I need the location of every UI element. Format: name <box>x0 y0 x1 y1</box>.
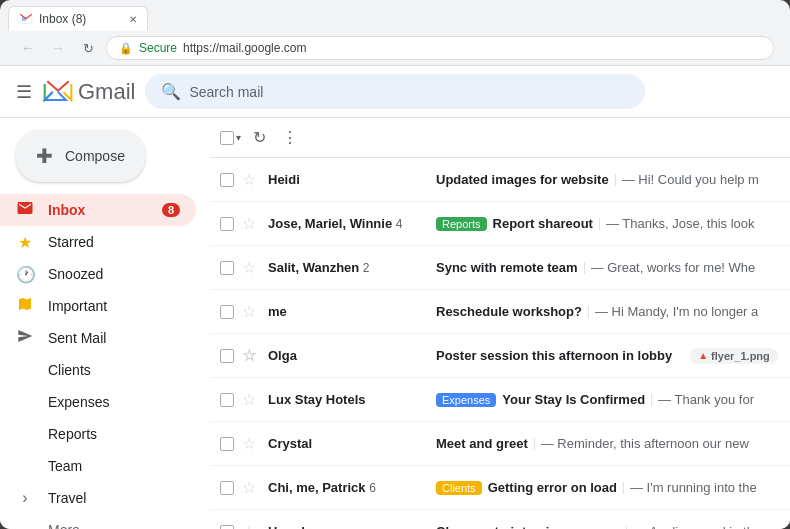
snoozed-label: Snoozed <box>48 266 180 282</box>
forward-button[interactable]: → <box>46 36 70 60</box>
row-star-icon[interactable]: ☆ <box>242 170 260 189</box>
row-checkbox[interactable] <box>220 437 234 451</box>
email-row[interactable]: ☆ me Reschedule workshop? — Hi Mandy, I'… <box>210 290 790 334</box>
row-content: Poster session this afternoon in lobby —… <box>436 348 780 364</box>
sidebar-item-sent[interactable]: Sent Mail <box>0 322 196 354</box>
svg-text:M: M <box>22 17 26 22</box>
row-star-icon[interactable]: ☆ <box>242 214 260 233</box>
sidebar-item-expenses[interactable]: Expenses <box>0 386 196 418</box>
row-separator <box>534 438 535 450</box>
sidebar-item-inbox[interactable]: Inbox 8 <box>0 194 196 226</box>
email-row[interactable]: ☆ Jose, Mariel, Winnie 4 Reports Report … <box>210 202 790 246</box>
select-all-checkbox[interactable]: ▾ <box>220 131 241 145</box>
sidebar-item-travel[interactable]: › Travel <box>0 482 196 514</box>
row-sender: Salit, Wanzhen 2 <box>268 260 428 275</box>
email-row[interactable]: ☆ Chi, me, Patrick 6 Clients Getting err… <box>210 466 790 510</box>
row-star-icon[interactable]: ☆ <box>242 522 260 529</box>
row-sender: Heidi <box>268 172 428 187</box>
row-separator <box>623 482 624 494</box>
more-label: More <box>48 522 180 529</box>
sidebar-item-reports[interactable]: Reports <box>0 418 196 450</box>
email-row[interactable]: ☆ Crystal Meet and greet — Reminder, thi… <box>210 422 790 466</box>
browser-body: ☰ Gmail 🔍 Search mail <box>0 66 790 529</box>
lock-icon: 🔒 <box>119 42 133 55</box>
sent-icon <box>16 328 34 348</box>
row-separator <box>588 306 589 318</box>
important-icon <box>16 296 34 316</box>
refresh-button[interactable]: ↻ <box>76 36 100 60</box>
row-content: Changes to interview process — As discus… <box>436 524 780 529</box>
sidebar-item-starred[interactable]: ★ Starred <box>0 226 196 258</box>
sidebar-item-more[interactable]: ⌄ More <box>0 514 196 529</box>
row-separator <box>626 526 627 530</box>
gmail-header: ☰ Gmail 🔍 Search mail <box>0 66 790 118</box>
expenses-label: Expenses <box>48 394 180 410</box>
row-checkbox[interactable] <box>220 217 234 231</box>
expenses-tag: Expenses <box>436 393 496 407</box>
row-content: Updated images for website — Hi! Could y… <box>436 172 780 187</box>
travel-chevron-icon: › <box>16 489 34 507</box>
email-row[interactable]: ☆ Olga Poster session this afternoon in … <box>210 334 790 378</box>
row-preview: — Hi Mandy, I'm no longer a <box>595 304 758 319</box>
row-checkbox[interactable] <box>220 261 234 275</box>
email-row[interactable]: ☆ Heidi Updated images for website — Hi!… <box>210 158 790 202</box>
row-subject: Meet and greet <box>436 436 528 451</box>
row-checkbox[interactable] <box>220 481 234 495</box>
address-bar[interactable]: 🔒 Secure https://mail.google.com <box>106 36 774 60</box>
clients-tag: Clients <box>436 481 482 495</box>
tab-close-button[interactable]: ✕ <box>129 14 137 25</box>
row-preview: — I'm running into the <box>630 480 757 495</box>
sent-label: Sent Mail <box>48 330 180 346</box>
row-sender: Jose, Mariel, Winnie 4 <box>268 216 428 231</box>
row-checkbox[interactable] <box>220 525 234 530</box>
starred-label: Starred <box>48 234 180 250</box>
more-options-button[interactable]: ⋮ <box>278 124 302 151</box>
sidebar-item-team[interactable]: Team <box>0 450 196 482</box>
browser-toolbar: ← → ↻ 🔒 Secure https://mail.google.com <box>8 31 782 65</box>
row-star-icon[interactable]: ☆ <box>242 478 260 497</box>
gmail-logo: Gmail <box>42 76 135 108</box>
gmail-text: Gmail <box>78 79 135 105</box>
hamburger-menu[interactable]: ☰ <box>16 81 32 103</box>
tab-bar: M Inbox (8) ✕ <box>8 6 782 31</box>
reports-label: Reports <box>48 426 180 442</box>
row-subject: Getting error on load <box>488 480 617 495</box>
row-content: Meet and greet — Reminder, this afternoo… <box>436 436 780 451</box>
row-star-icon[interactable]: ☆ <box>242 434 260 453</box>
email-list: ▾ ↻ ⋮ ☆ Heidi Updated images for website… <box>210 118 790 529</box>
email-row[interactable]: ☆ Salit, Wanzhen 2 Sync with remote team… <box>210 246 790 290</box>
clients-label: Clients <box>48 362 180 378</box>
select-checkbox[interactable] <box>220 131 234 145</box>
row-preview: — Hi! Could you help m <box>622 172 759 187</box>
email-row[interactable]: ☆ Lux Stay Hotels Expenses Your Stay Is … <box>210 378 790 422</box>
row-checkbox[interactable] <box>220 173 234 187</box>
row-checkbox[interactable] <box>220 305 234 319</box>
sidebar-item-important[interactable]: Important <box>0 290 196 322</box>
row-separator <box>599 218 600 230</box>
refresh-emails-button[interactable]: ↻ <box>249 124 270 151</box>
compose-button[interactable]: ✚ Compose <box>16 130 145 182</box>
sidebar-item-clients[interactable]: Clients <box>0 354 196 386</box>
row-checkbox[interactable] <box>220 393 234 407</box>
row-sender: Lux Stay Hotels <box>268 392 428 407</box>
more-chevron-icon: ⌄ <box>16 523 34 529</box>
sidebar-item-snoozed[interactable]: 🕐 Snoozed <box>0 258 196 290</box>
row-checkbox[interactable] <box>220 349 234 363</box>
row-star-icon[interactable]: ☆ <box>242 302 260 321</box>
url-display: https://mail.google.com <box>183 41 306 55</box>
dropdown-arrow-icon[interactable]: ▾ <box>236 132 241 143</box>
reports-tag: Reports <box>436 217 487 231</box>
browser-tab[interactable]: M Inbox (8) ✕ <box>8 6 148 31</box>
row-star-icon[interactable]: ☆ <box>242 258 260 277</box>
row-star-icon[interactable]: ☆ <box>242 346 260 365</box>
row-subject: Poster session this afternoon in lobby <box>436 348 672 363</box>
back-button[interactable]: ← <box>16 36 40 60</box>
email-row[interactable]: ☆ Heard Changes to interview process — A… <box>210 510 790 529</box>
search-bar[interactable]: 🔍 Search mail <box>145 74 645 109</box>
row-subject: Updated images for website <box>436 172 609 187</box>
travel-label: Travel <box>48 490 180 506</box>
laptop-frame: M Inbox (8) ✕ ← → ↻ 🔒 Secure https://mai… <box>0 0 790 529</box>
row-star-icon[interactable]: ☆ <box>242 390 260 409</box>
row-sender: me <box>268 304 428 319</box>
compose-plus-icon: ✚ <box>36 144 53 168</box>
